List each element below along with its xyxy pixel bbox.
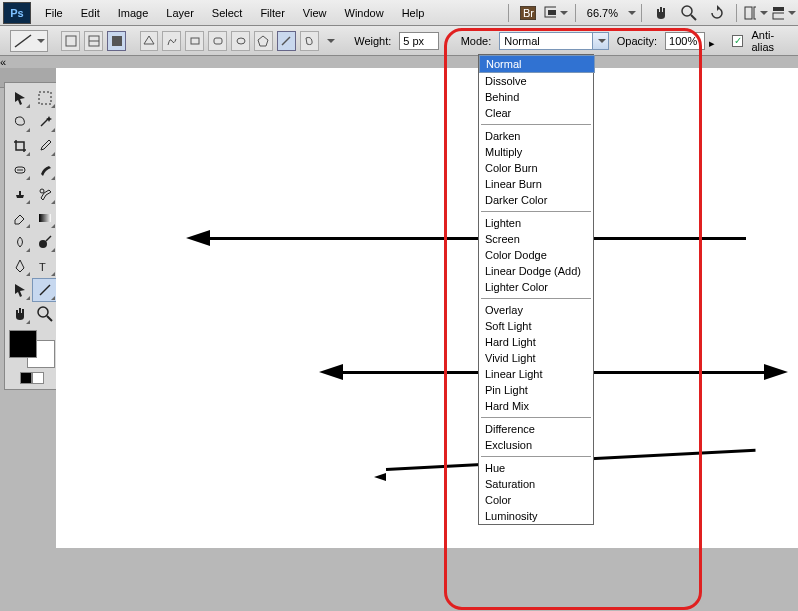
mode-option[interactable]: Soft Light xyxy=(479,318,593,334)
mode-option[interactable]: Darker Color xyxy=(479,192,593,208)
shape-roundrect-icon[interactable] xyxy=(208,31,227,51)
svg-point-30 xyxy=(38,307,48,317)
antialias-checkbox[interactable]: ✓ xyxy=(732,35,743,47)
mode-option[interactable]: Darken xyxy=(479,128,593,144)
menu-separator xyxy=(481,417,591,418)
rotate-view-icon[interactable] xyxy=(705,3,729,23)
menu-filter[interactable]: Filter xyxy=(251,0,293,25)
shape-layers-btn[interactable] xyxy=(61,31,80,51)
gradient-tool[interactable] xyxy=(32,206,57,230)
mode-option[interactable]: Overlay xyxy=(479,302,593,318)
magic-wand-tool[interactable] xyxy=(32,110,57,134)
mode-option[interactable]: Behind xyxy=(479,89,593,105)
brush-tool[interactable] xyxy=(32,158,57,182)
mode-option[interactable]: Multiply xyxy=(479,144,593,160)
bridge-icon[interactable]: Br xyxy=(516,3,540,23)
svg-rect-25 xyxy=(39,214,51,222)
mode-option[interactable]: Pin Light xyxy=(479,382,593,398)
svg-rect-15 xyxy=(191,38,199,44)
hand-tool[interactable] xyxy=(7,302,32,326)
menu-image[interactable]: Image xyxy=(109,0,158,25)
opacity-label: Opacity: xyxy=(613,35,661,47)
screen-mode-icon[interactable] xyxy=(544,3,568,23)
mode-option[interactable]: Exclusion xyxy=(479,437,593,453)
zoom-icon[interactable] xyxy=(677,3,701,23)
mode-select[interactable]: Normal xyxy=(499,32,608,50)
shape-pen-icon[interactable] xyxy=(140,31,159,51)
mode-option[interactable]: Linear Light xyxy=(479,366,593,382)
mode-option[interactable]: Dissolve xyxy=(479,73,593,89)
mode-option[interactable]: Hue xyxy=(479,460,593,476)
menu-window[interactable]: Window xyxy=(336,0,393,25)
eyedropper-tool[interactable] xyxy=(32,134,57,158)
foreground-color-swatch[interactable] xyxy=(9,330,37,358)
drawn-arrowhead-1 xyxy=(186,230,210,246)
line-tool[interactable] xyxy=(32,278,57,302)
mode-option[interactable]: Screen xyxy=(479,231,593,247)
paths-btn[interactable] xyxy=(84,31,103,51)
shape-custom-icon[interactable] xyxy=(300,31,319,51)
mode-option[interactable]: Lighter Color xyxy=(479,279,593,295)
mode-select-dropdown-btn[interactable] xyxy=(592,33,608,49)
svg-line-10 xyxy=(15,35,31,47)
menu-view[interactable]: View xyxy=(294,0,336,25)
zoom-percent[interactable]: 66.7% xyxy=(581,7,624,19)
mode-option[interactable]: Lighten xyxy=(479,215,593,231)
menu-help[interactable]: Help xyxy=(393,0,434,25)
clone-stamp-tool[interactable] xyxy=(7,182,32,206)
dodge-tool[interactable] xyxy=(32,230,57,254)
drawn-arrowhead-2l xyxy=(319,364,343,380)
zoom-tool[interactable] xyxy=(32,302,57,326)
arrange-docs-icon[interactable] xyxy=(744,3,768,23)
mode-option[interactable]: Difference xyxy=(479,421,593,437)
menu-layer[interactable]: Layer xyxy=(157,0,203,25)
document-canvas[interactable] xyxy=(56,68,798,548)
tool-preset-picker[interactable] xyxy=(10,30,48,52)
default-colors-icon[interactable] xyxy=(20,372,44,384)
shape-ellipse-icon[interactable] xyxy=(231,31,250,51)
mode-option[interactable]: Hard Mix xyxy=(479,398,593,414)
type-tool[interactable]: T xyxy=(32,254,57,278)
crop-tool[interactable] xyxy=(7,134,32,158)
mode-option[interactable]: Vivid Light xyxy=(479,350,593,366)
history-brush-tool[interactable] xyxy=(32,182,57,206)
blur-tool[interactable] xyxy=(7,230,32,254)
workspace-icon[interactable] xyxy=(772,3,796,23)
mode-option[interactable]: Linear Dodge (Add) xyxy=(479,263,593,279)
svg-rect-7 xyxy=(754,7,756,19)
shape-rect-icon[interactable] xyxy=(185,31,204,51)
eraser-tool[interactable] xyxy=(7,206,32,230)
hand-icon[interactable] xyxy=(649,3,673,23)
color-swatches[interactable] xyxy=(7,330,57,368)
healing-brush-tool[interactable] xyxy=(7,158,32,182)
mode-option[interactable]: Normal xyxy=(479,55,595,73)
weight-input[interactable] xyxy=(399,32,439,50)
geometry-options-arrow[interactable] xyxy=(327,39,335,43)
menu-file[interactable]: File xyxy=(36,0,72,25)
move-tool[interactable] xyxy=(7,86,32,110)
collapse-tabs-btn[interactable]: « xyxy=(0,56,798,68)
path-selection-tool[interactable] xyxy=(7,278,32,302)
marquee-tool[interactable] xyxy=(32,86,57,110)
mode-option[interactable]: Color Burn xyxy=(479,160,593,176)
opacity-input[interactable] xyxy=(665,32,705,50)
divider xyxy=(575,4,576,22)
mode-option[interactable]: Linear Burn xyxy=(479,176,593,192)
mode-option[interactable]: Hard Light xyxy=(479,334,593,350)
shape-polygon-icon[interactable] xyxy=(254,31,273,51)
opacity-flyout[interactable]: ▸ xyxy=(709,37,717,45)
mode-option[interactable]: Luminosity xyxy=(479,508,593,524)
options-bar: Weight: Mode: Normal Opacity: ▸ ✓ Anti-a… xyxy=(0,26,798,56)
pen-tool[interactable] xyxy=(7,254,32,278)
shape-freeform-icon[interactable] xyxy=(162,31,181,51)
mode-option[interactable]: Color Dodge xyxy=(479,247,593,263)
menu-select[interactable]: Select xyxy=(203,0,252,25)
mode-option[interactable]: Color xyxy=(479,492,593,508)
shape-line-icon[interactable] xyxy=(277,31,296,51)
mode-option[interactable]: Saturation xyxy=(479,476,593,492)
svg-rect-3 xyxy=(548,10,556,15)
lasso-tool[interactable] xyxy=(7,110,32,134)
mode-option[interactable]: Clear xyxy=(479,105,593,121)
menu-edit[interactable]: Edit xyxy=(72,0,109,25)
fill-pixels-btn[interactable] xyxy=(107,31,126,51)
